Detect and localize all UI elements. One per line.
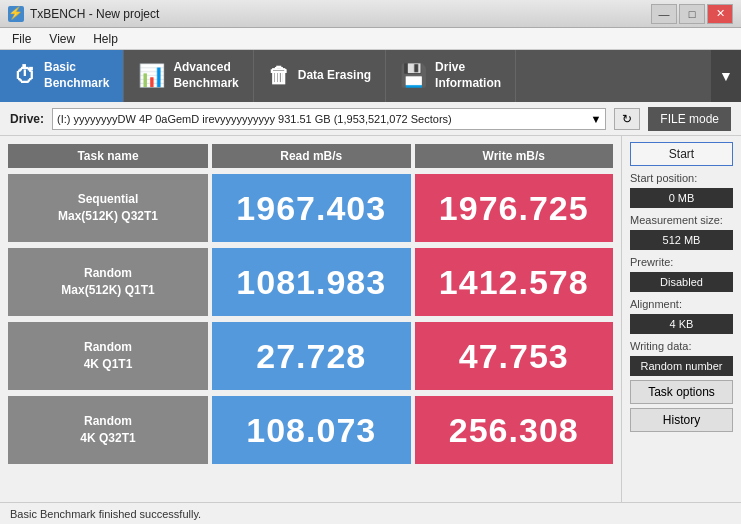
- alignment-label: Alignment:: [630, 298, 733, 310]
- read-value-1: 1081.983: [212, 248, 411, 316]
- benchmark-table-area: Task name Read mB/s Write mB/s Sequentia…: [0, 136, 621, 502]
- toolbar: ⏱ Basic Benchmark 📊 Advanced Benchmark 🗑…: [0, 50, 741, 102]
- prewrite-label: Prewrite:: [630, 256, 733, 268]
- close-button[interactable]: ✕: [707, 4, 733, 24]
- drive-dropdown-arrow: ▼: [590, 113, 601, 125]
- drive-information-line2: Information: [435, 76, 501, 92]
- prewrite-value: Disabled: [630, 272, 733, 292]
- read-value-3: 108.073: [212, 396, 411, 464]
- bench-row-1: RandomMax(512K) Q1T1 1081.983 1412.578: [8, 248, 613, 316]
- drive-information-line1: Drive: [435, 60, 501, 76]
- main-content: Task name Read mB/s Write mB/s Sequentia…: [0, 136, 741, 502]
- menu-view[interactable]: View: [41, 30, 83, 48]
- basic-benchmark-line1: Basic: [44, 60, 109, 76]
- chevron-down-icon: ▼: [719, 68, 733, 84]
- write-value-1: 1412.578: [415, 248, 614, 316]
- drive-label: Drive:: [10, 112, 44, 126]
- read-value-0: 1967.403: [212, 174, 411, 242]
- drive-refresh-button[interactable]: ↻: [614, 108, 640, 130]
- table-header: Task name Read mB/s Write mB/s: [8, 144, 613, 168]
- app-icon: ⚡: [8, 6, 24, 22]
- drive-information-icon: 💾: [400, 63, 427, 89]
- window-title: TxBENCH - New project: [30, 7, 159, 21]
- measurement-size-value: 512 MB: [630, 230, 733, 250]
- menu-bar: File View Help: [0, 28, 741, 50]
- read-value-2: 27.728: [212, 322, 411, 390]
- task-name-1: RandomMax(512K) Q1T1: [8, 248, 208, 316]
- start-button[interactable]: Start: [630, 142, 733, 166]
- task-options-button[interactable]: Task options: [630, 380, 733, 404]
- bench-row-3: Random4K Q32T1 108.073 256.308: [8, 396, 613, 464]
- toolbar-dropdown[interactable]: ▼: [711, 50, 741, 102]
- status-text: Basic Benchmark finished successfully.: [10, 508, 201, 520]
- toolbar-drive-information[interactable]: 💾 Drive Information: [386, 50, 516, 102]
- drive-select-text: (I:) yyyyyyyyDW 4P 0aGemD irevyyyyyyyyyy…: [57, 113, 452, 125]
- window-controls: — □ ✕: [651, 4, 733, 24]
- col-header-read: Read mB/s: [212, 144, 411, 168]
- advanced-benchmark-line1: Advanced: [173, 60, 238, 76]
- title-bar: ⚡ TxBENCH - New project — □ ✕: [0, 0, 741, 28]
- advanced-benchmark-icon: 📊: [138, 63, 165, 89]
- toolbar-data-erasing[interactable]: 🗑 Data Erasing: [254, 50, 386, 102]
- advanced-benchmark-line2: Benchmark: [173, 76, 238, 92]
- drive-selector[interactable]: (I:) yyyyyyyyDW 4P 0aGemD irevyyyyyyyyyy…: [52, 108, 606, 130]
- writing-data-label: Writing data:: [630, 340, 733, 352]
- file-mode-button[interactable]: FILE mode: [648, 107, 731, 131]
- measurement-size-label: Measurement size:: [630, 214, 733, 226]
- alignment-value: 4 KB: [630, 314, 733, 334]
- menu-help[interactable]: Help: [85, 30, 126, 48]
- bench-row-0: SequentialMax(512K) Q32T1 1967.403 1976.…: [8, 174, 613, 242]
- task-name-3: Random4K Q32T1: [8, 396, 208, 464]
- col-header-task: Task name: [8, 144, 208, 168]
- write-value-3: 256.308: [415, 396, 614, 464]
- write-value-0: 1976.725: [415, 174, 614, 242]
- menu-file[interactable]: File: [4, 30, 39, 48]
- status-bar: Basic Benchmark finished successfully.: [0, 502, 741, 524]
- drive-row: Drive: (I:) yyyyyyyyDW 4P 0aGemD irevyyy…: [0, 102, 741, 136]
- task-name-2: Random4K Q1T1: [8, 322, 208, 390]
- toolbar-advanced-benchmark[interactable]: 📊 Advanced Benchmark: [124, 50, 253, 102]
- col-header-write: Write mB/s: [415, 144, 614, 168]
- writing-data-value: Random number: [630, 356, 733, 376]
- toolbar-basic-benchmark[interactable]: ⏱ Basic Benchmark: [0, 50, 124, 102]
- start-position-value: 0 MB: [630, 188, 733, 208]
- start-position-label: Start position:: [630, 172, 733, 184]
- maximize-button[interactable]: □: [679, 4, 705, 24]
- task-name-0: SequentialMax(512K) Q32T1: [8, 174, 208, 242]
- data-erasing-line1: Data Erasing: [298, 68, 371, 84]
- write-value-2: 47.753: [415, 322, 614, 390]
- basic-benchmark-line2: Benchmark: [44, 76, 109, 92]
- data-erasing-icon: 🗑: [268, 63, 290, 89]
- minimize-button[interactable]: —: [651, 4, 677, 24]
- basic-benchmark-icon: ⏱: [14, 63, 36, 89]
- history-button[interactable]: History: [630, 408, 733, 432]
- bench-row-2: Random4K Q1T1 27.728 47.753: [8, 322, 613, 390]
- right-panel: Start Start position: 0 MB Measurement s…: [621, 136, 741, 502]
